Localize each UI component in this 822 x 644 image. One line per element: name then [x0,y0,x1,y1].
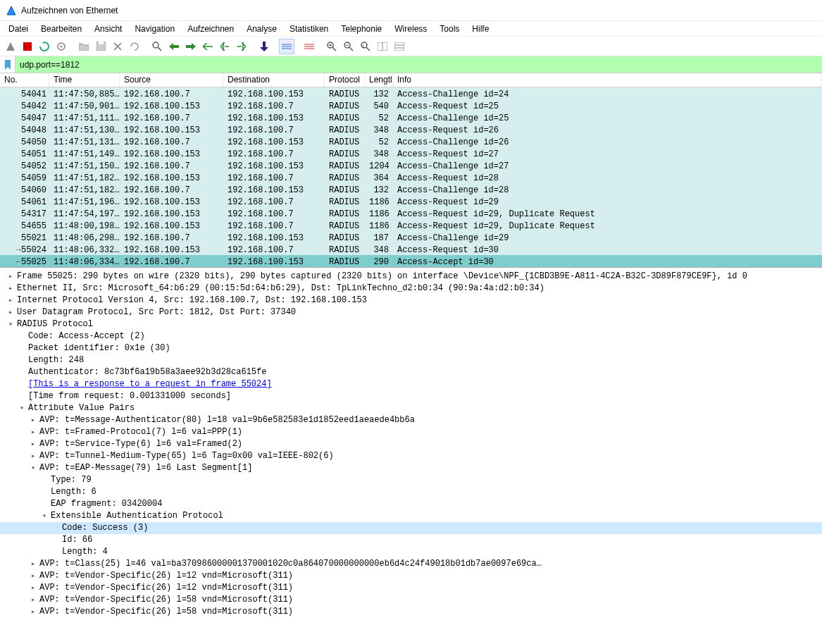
auto-scroll-icon[interactable] [256,39,272,54]
tree-caret-icon[interactable]: ▸ [6,295,15,306]
col-header-source[interactable]: Source [120,73,223,87]
tree-caret-icon[interactable]: ▾ [17,402,27,414]
go-last-icon[interactable] [234,39,249,54]
tree-caret-icon[interactable]: ▸ [28,450,38,462]
tree-row[interactable]: Length: 6 [0,486,822,498]
tree-row[interactable]: ▸AVP: t=Class(25) l=46 val=ba37098600000… [0,558,822,570]
menu-wireless[interactable]: Wireless [389,23,432,35]
tree-row[interactable]: EAP fragment: 03420004 [0,498,822,510]
packet-row[interactable]: 5404111:47:50,885…192.168.100.7192.168.1… [0,87,822,99]
packet-row[interactable]: 5405911:47:51,182…192.168.100.153192.168… [0,171,822,183]
menu-edit[interactable]: Bearbeiten [35,23,87,35]
packet-row[interactable]: 5404711:47:51,111…192.168.100.7192.168.1… [0,111,822,123]
tree-caret-icon[interactable]: ▸ [28,438,38,450]
display-filter-input[interactable] [15,56,822,73]
tree-caret-icon[interactable]: ▾ [39,510,49,522]
tree-caret-icon[interactable]: ▸ [28,558,38,570]
tree-row[interactable]: Code: Access-Accept (2) [0,330,822,342]
tree-row[interactable]: ▾Extensible Authentication Protocol [0,510,822,522]
colorize-icon[interactable] [279,39,294,54]
tree-row[interactable]: ▸Ethernet II, Src: Microsoft_64:b6:29 (0… [0,283,822,295]
tree-row[interactable]: Authenticator: 8c73bf6a19b58a3aee92b3d28… [0,366,822,378]
tree-row[interactable]: Length: 248 [0,354,822,366]
col-header-time[interactable]: Time [49,73,120,87]
go-first-icon[interactable] [217,39,232,54]
tree-row[interactable]: [Time from request: 0.001331000 seconds] [0,390,822,402]
tree-row[interactable]: ▸AVP: t=Vendor-Specific(26) l=58 vnd=Mic… [0,606,822,618]
menu-navigation[interactable]: Navigation [129,23,180,35]
packet-row[interactable]: 5431711:47:54,197…192.168.100.153192.168… [0,207,822,219]
packet-row[interactable]: →5502411:48:06,332…192.168.100.153192.16… [0,243,822,255]
save-file-icon[interactable] [93,39,108,54]
tree-caret-icon[interactable]: ▸ [28,606,38,618]
packet-row[interactable]: 5404211:47:50,901…192.168.100.153192.168… [0,99,822,111]
tree-caret-icon[interactable]: ▸ [28,594,38,606]
tree-row[interactable]: ▸AVP: t=Message-Authenticator(80) l=18 v… [0,414,822,426]
tree-row[interactable]: ▸AVP: t=Framed-Protocol(7) l=6 val=PPP(1… [0,426,822,438]
reload-file-icon[interactable] [127,39,142,54]
menu-capture[interactable]: Aufzeichnen [182,23,239,35]
packet-details-pane[interactable]: ▸Frame 55025: 290 bytes on wire (2320 bi… [0,267,822,621]
stop-capture-icon[interactable] [20,39,35,54]
find-packet-icon[interactable] [149,39,165,54]
zoom-in-icon[interactable] [324,39,340,54]
tree-row[interactable]: ▸Frame 55025: 290 bytes on wire (2320 bi… [0,271,822,283]
col-header-destination[interactable]: Destination [223,73,325,87]
capture-options-icon[interactable] [54,39,69,54]
start-capture-icon[interactable] [3,39,18,54]
tree-row[interactable]: [This is a response to a request in fram… [0,378,822,390]
tree-row[interactable]: Type: 79 [0,474,822,486]
close-file-icon[interactable] [110,39,125,54]
tree-row[interactable]: ▾RADIUS Protocol [0,318,822,330]
layout-icon[interactable] [392,39,407,54]
zoom-out-icon[interactable] [341,39,356,54]
col-header-protocol[interactable]: Protocol [325,73,365,87]
menu-help[interactable]: Hilfe [466,23,494,35]
packet-row[interactable]: 5406111:47:51,196…192.168.100.153192.168… [0,195,822,207]
tree-caret-icon[interactable]: ▸ [28,426,38,438]
col-header-no[interactable]: No. [0,73,49,87]
tree-row[interactable]: ▸AVP: t=Tunnel-Medium-Type(65) l=6 Tag=0… [0,450,822,462]
filter-bookmark-icon[interactable] [0,56,15,73]
tree-caret-icon[interactable]: ▾ [6,318,15,330]
go-forward-icon[interactable] [183,39,199,54]
packet-row[interactable]: 5405211:47:51,150…192.168.100.7192.168.1… [0,159,822,171]
tree-caret-icon[interactable]: ▸ [6,306,15,318]
resize-columns-icon[interactable] [301,39,317,54]
col-header-info[interactable]: Info [393,73,822,87]
menu-telephony[interactable]: Telephonie [335,23,387,35]
menu-analyze[interactable]: Analyse [241,23,282,35]
tree-row[interactable]: ▸AVP: t=Service-Type(6) l=6 val=Framed(2… [0,438,822,450]
go-to-packet-icon[interactable] [200,39,216,54]
packet-row[interactable]: 5404811:47:51,130…192.168.100.153192.168… [0,123,822,135]
tree-row[interactable]: ▸AVP: t=Vendor-Specific(26) l=58 vnd=Mic… [0,594,822,606]
tree-row[interactable]: ▸AVP: t=Vendor-Specific(26) l=12 vnd=Mic… [0,570,822,582]
packet-row[interactable]: 5405011:47:51,131…192.168.100.7192.168.1… [0,135,822,147]
tree-caret-icon[interactable]: ▸ [6,283,15,295]
go-back-icon[interactable] [166,39,182,54]
packet-row[interactable]: 5406011:47:51,182…192.168.100.7192.168.1… [0,183,822,195]
col-header-length[interactable]: Lengtl [365,73,393,87]
tree-caret-icon[interactable]: ▸ [28,582,38,594]
resize-all-icon[interactable] [375,39,390,54]
tree-row[interactable]: Packet identifier: 0x1e (30) [0,342,822,354]
zoom-reset-icon[interactable]: 1 [358,39,373,54]
packet-list[interactable]: 5404111:47:50,885…192.168.100.7192.168.1… [0,87,822,267]
menu-file[interactable]: Datei [3,23,34,35]
tree-caret-icon[interactable]: ▸ [28,570,38,582]
tree-row[interactable]: ▾AVP: t=EAP-Message(79) l=6 Last Segment… [0,462,822,474]
tree-caret-icon[interactable]: ▸ [6,271,15,283]
tree-row[interactable]: Length: 4 [0,546,822,558]
open-file-icon[interactable] [76,39,92,54]
menu-statistics[interactable]: Statistiken [284,23,334,35]
packet-row[interactable]: 5502111:48:06,298…192.168.100.7192.168.1… [0,231,822,243]
tree-row[interactable]: ▾Attribute Value Pairs [0,402,822,414]
tree-row[interactable]: ▸User Datagram Protocol, Src Port: 1812,… [0,306,822,318]
tree-caret-icon[interactable]: ▾ [28,462,38,474]
restart-capture-icon[interactable] [37,39,52,54]
menu-view[interactable]: Ansicht [89,23,127,35]
tree-row[interactable]: ▸Internet Protocol Version 4, Src: 192.1… [0,295,822,306]
tree-row[interactable]: ▸AVP: t=Vendor-Specific(26) l=12 vnd=Mic… [0,582,822,594]
packet-row[interactable]: 5405111:47:51,149…192.168.100.153192.168… [0,147,822,159]
tree-caret-icon[interactable]: ▸ [28,414,38,426]
